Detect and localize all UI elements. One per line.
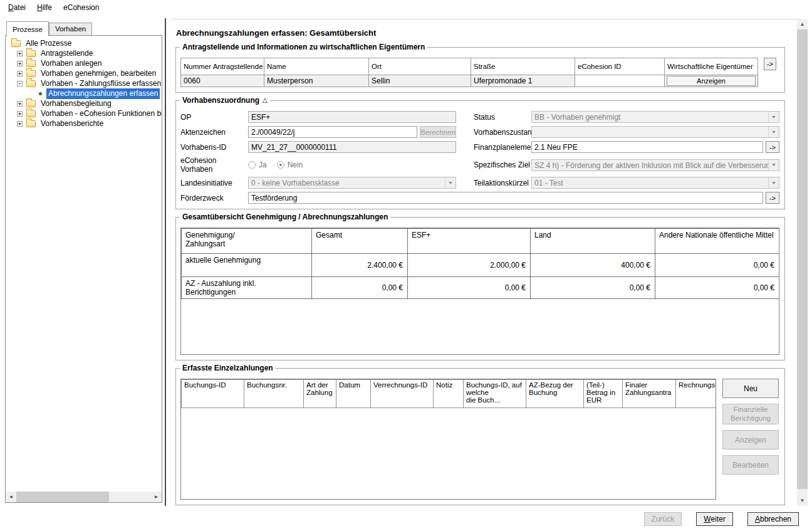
status-select-value: BB - Vorhaben genehmigt: [532, 112, 768, 122]
tree-horizontal-scrollbar[interactable]: ◄ ►: [6, 492, 162, 502]
groupbox-title: Antragstellende und Informationen zu wir…: [180, 43, 427, 51]
menu-datei[interactable]: Datei: [3, 1, 31, 14]
neu-button[interactable]: Neu: [722, 379, 779, 398]
column-header: Finaler Zahlungsantra: [623, 380, 676, 408]
op-label: OP: [180, 113, 248, 122]
tree-item-label[interactable]: Antragstellende: [39, 48, 95, 59]
land-value: 0,00 €: [531, 277, 655, 299]
folder-icon: [26, 120, 36, 127]
column-header: Straße: [471, 58, 575, 75]
tree-item-label-selected[interactable]: Abrechnungszahlungen erfassen: [46, 88, 160, 99]
tree-item-label[interactable]: Alle Prozesse: [24, 38, 73, 49]
main-panel: Abrechnungszahlungen erfassen: Gesamtübe…: [170, 19, 797, 506]
aktenzeichen-field[interactable]: [248, 126, 417, 138]
scroll-track: [16, 492, 151, 502]
vorhabenszustand-label: Vorhabenszustand: [474, 128, 531, 137]
ecohesion-vorhaben-radio-group: Ja Nein: [248, 159, 456, 171]
foerderzweck-field[interactable]: [248, 192, 763, 204]
tree-item-vorhaben-anlegen[interactable]: + Vorhaben anlegen: [8, 58, 162, 68]
finanzplanelement-goto-button[interactable]: ->: [766, 141, 779, 153]
expander-plus-icon[interactable]: +: [17, 121, 23, 127]
folder-icon: [11, 40, 21, 47]
row-label: aktuelle Genehmigung: [182, 254, 312, 277]
column-header: Buchungs-ID: [182, 380, 244, 408]
vorhabens-id-field: [248, 141, 456, 153]
column-header: (Teil-) Betrag in EUR: [584, 380, 623, 408]
landesinitiative-label: Landesinitiative: [180, 179, 248, 187]
expander-plus-icon[interactable]: +: [17, 71, 23, 76]
scroll-thumb[interactable]: [16, 492, 109, 502]
column-header: Gesamt: [312, 229, 408, 254]
weiter-button[interactable]: Weiter: [696, 512, 733, 526]
zurueck-button: Zurück: [644, 512, 682, 526]
table-row[interactable]: aktuelle Genehmigung 2.400,00 € 2.000,00…: [182, 254, 779, 277]
chevron-down-icon: [445, 177, 455, 188]
vorhabenszustand-select: [531, 126, 779, 138]
tree-item-label[interactable]: Vorhaben - eCohesion Funktionen bearbeit: [39, 108, 162, 119]
tree-item-alle-prozesse[interactable]: Alle Prozesse: [8, 38, 162, 48]
expander-plus-icon[interactable]: +: [17, 101, 23, 107]
applicants-goto-button[interactable]: ->: [764, 58, 776, 70]
column-header: Art der Zahlung: [304, 380, 336, 408]
groupbox-title: Vorhabenszuordnung △: [180, 96, 270, 105]
chevron-down-icon: [768, 112, 779, 122]
vorhabenszustand-select-value: [532, 127, 768, 137]
radio-nein: [277, 161, 284, 169]
chevron-down-icon: [768, 177, 779, 188]
scroll-left-icon[interactable]: ◄: [6, 492, 16, 502]
tab-vorhaben[interactable]: Vorhaben: [49, 23, 92, 35]
tree-item-vorhabensbegleitung[interactable]: + Vorhabensbegleitung: [8, 98, 162, 108]
folder-icon: [26, 70, 36, 77]
esf-value: 0,00 €: [408, 277, 531, 299]
spezifisches-ziel-select: SZ 4 h) - Förderung der aktiven Inklusio…: [531, 159, 779, 171]
main-vertical-scrollbar[interactable]: ▲ ▼: [797, 19, 808, 506]
scroll-down-icon[interactable]: ▼: [797, 495, 808, 506]
expander-plus-icon[interactable]: +: [17, 51, 23, 56]
tree-item-vorhabensberichte[interactable]: + Vorhabensberichte: [8, 118, 162, 129]
foerderzweck-goto-button[interactable]: ->: [766, 192, 779, 204]
tab-prozesse[interactable]: Prozesse: [6, 21, 49, 36]
foerderzweck-label: Förderzweck: [180, 194, 248, 202]
tree-item-antragstellende[interactable]: + Antragstellende: [8, 48, 162, 58]
tree-item-abrechnungszahlungen[interactable]: Abrechnungszahlungen erfassen: [8, 88, 162, 98]
column-header: Notiz: [434, 380, 464, 408]
expander-plus-icon[interactable]: +: [17, 111, 23, 117]
tree-item-label[interactable]: Vorhaben anlegen: [39, 58, 103, 69]
table-row[interactable]: AZ - Auszahlung inkl. Berichtigungen 0,0…: [182, 277, 779, 299]
column-header: Name: [264, 58, 369, 75]
column-header: ESF+: [408, 229, 531, 254]
menu-ecohesion[interactable]: eCohesion: [58, 1, 105, 14]
andere-value: 0,00 €: [655, 254, 779, 277]
menu-hilfe[interactable]: Hilfe: [31, 1, 58, 14]
scroll-thumb[interactable]: [797, 29, 808, 489]
abbrechen-button[interactable]: Abbrechen: [747, 512, 799, 526]
wizard-footer: Zurück Weiter Abbrechen: [630, 512, 799, 526]
applicant-row[interactable]: 0060 Musterperson Sellin Uferpromonade 1…: [181, 75, 758, 87]
finanzplanelement-field[interactable]: [531, 141, 763, 153]
applicants-groupbox: Antragstellende und Informationen zu wir…: [175, 47, 785, 93]
tree-item-zahlungsfluesse[interactable]: - Vorhaben - Zahlungsflüsse erfassen: [8, 78, 162, 88]
anzeigen-eigentuemer-button[interactable]: Anzeigen: [667, 76, 756, 86]
applicant-ort: Sellin: [369, 75, 471, 87]
einzelzahlungen-buttons: Neu Finanzielle Berichtigung Anzeigen Be…: [722, 379, 779, 475]
menubar: Datei Hilfe eCohesion: [0, 0, 812, 15]
applicants-header-row: Nummer Antragstellende Name Ort Straße e…: [181, 58, 758, 75]
expand-triangle-icon[interactable]: △: [263, 97, 268, 103]
scroll-right-icon[interactable]: ►: [151, 492, 162, 502]
scroll-up-icon[interactable]: ▲: [797, 19, 808, 29]
panel-splitter[interactable]: [165, 18, 166, 506]
tree-item-label[interactable]: Vorhaben - Zahlungsflüsse erfassen: [39, 78, 162, 89]
expander-plus-icon[interactable]: +: [17, 61, 23, 66]
expander-minus-icon[interactable]: -: [17, 81, 23, 87]
spezifisches-ziel-label: Spezifisches Ziel: [474, 160, 531, 169]
groupbox-title: Erfasste Einzelzahlungen: [180, 364, 276, 372]
tree-item-label[interactable]: Vorhaben genehmigen, bearbeiten: [39, 68, 158, 79]
tree-item-ecohesion-funktionen[interactable]: + Vorhaben - eCohesion Funktionen bearbe…: [8, 108, 162, 118]
tree-item-vorhaben-genehmigen[interactable]: + Vorhaben genehmigen, bearbeiten: [8, 68, 162, 78]
tree-item-label[interactable]: Vorhabensbegleitung: [39, 98, 113, 109]
tree-item-label[interactable]: Vorhabensberichte: [39, 118, 105, 129]
groupbox-title-text: Antragstellende und Informationen zu wir…: [182, 43, 425, 51]
column-header: Nummer Antragstellende: [181, 58, 264, 75]
teilaktionskuerzel-label: Teilaktionskürzel: [474, 179, 531, 187]
finanzielle-berichtigung-button: Finanzielle Berichtigung: [722, 404, 779, 424]
